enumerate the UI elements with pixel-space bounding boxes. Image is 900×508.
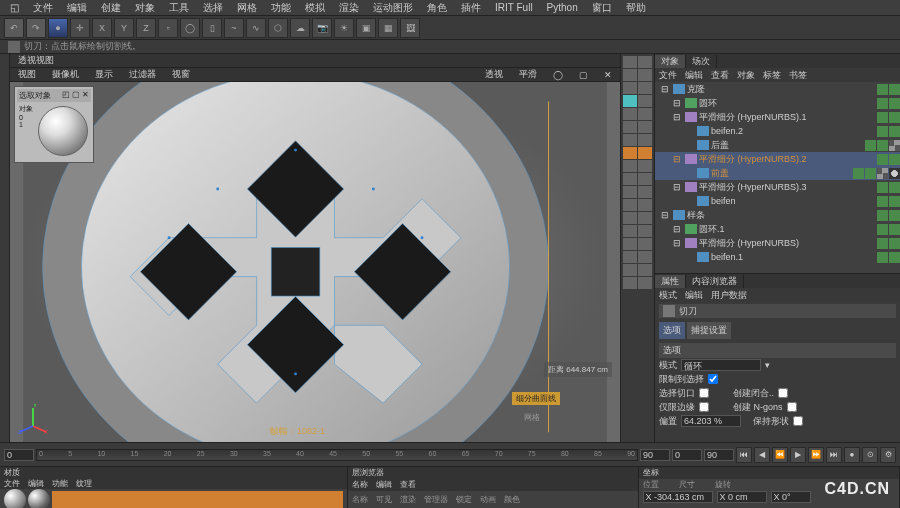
layer-menu-item[interactable]: 编辑 [372, 479, 396, 491]
attr-checkbox[interactable] [699, 388, 709, 398]
menu-角色[interactable]: 角色 [421, 1, 453, 15]
x-button[interactable]: X [92, 18, 112, 38]
viewport[interactable]: 选取对象 ◰ ▢ ✕ 对象 0 1 距离 644.847 cm 细分曲面线 网格 [10, 82, 620, 442]
timeline[interactable]: 0 051015202530354045505560657075808590 9… [0, 442, 900, 466]
palette-icon[interactable] [638, 147, 652, 159]
obj-menu-文件[interactable]: 文件 [659, 69, 677, 82]
tag-green[interactable] [889, 112, 900, 123]
redo-button[interactable]: ↷ [26, 18, 46, 38]
spline-button[interactable]: ~ [224, 18, 244, 38]
coord-x-input[interactable]: X -304.163 cm [643, 491, 713, 503]
menu-工具[interactable]: 工具 [163, 1, 195, 15]
palette-icon[interactable] [623, 160, 637, 172]
vp-right-btn[interactable]: ▢ [575, 70, 592, 80]
menu-模拟[interactable]: 模拟 [299, 1, 331, 15]
tag-green[interactable] [889, 224, 900, 235]
cube-button[interactable]: ▫ [158, 18, 178, 38]
pic-button[interactable]: 🖼 [400, 18, 420, 38]
attr-checkbox[interactable] [708, 374, 718, 384]
tl-range-a[interactable]: 0 [672, 449, 702, 461]
tag-green[interactable] [889, 238, 900, 249]
palette-icon[interactable] [638, 121, 652, 133]
tag-green[interactable] [889, 182, 900, 193]
attr-checkbox[interactable] [699, 402, 709, 412]
mat-prev-controls[interactable]: ◰ ▢ ✕ [62, 90, 89, 101]
palette-icon[interactable] [623, 134, 637, 146]
menu-选择[interactable]: 选择 [197, 1, 229, 15]
attr-menu-模式[interactable]: 模式 [659, 289, 677, 302]
expand-icon[interactable]: ⊟ [673, 182, 683, 192]
tree-row[interactable]: ⊟圆环.1 [655, 222, 900, 236]
palette-icon[interactable] [638, 199, 652, 211]
z-button[interactable]: Z [136, 18, 156, 38]
palette-icon[interactable] [623, 69, 637, 81]
tag-green[interactable] [877, 154, 888, 165]
tag-green[interactable] [889, 154, 900, 165]
palette-icon[interactable] [638, 173, 652, 185]
obj-menu-书签[interactable]: 书签 [789, 69, 807, 82]
palette-icon[interactable] [623, 121, 637, 133]
tag-green[interactable] [877, 196, 888, 207]
mode-dropdown[interactable]: 循环 [681, 359, 761, 371]
tree-row[interactable]: ⊟克隆 [655, 82, 900, 96]
timeline-control[interactable]: ⏮ [736, 447, 752, 463]
tree-row[interactable]: 前盖 [655, 166, 900, 180]
tl-start-input[interactable]: 0 [4, 449, 34, 461]
palette-icon[interactable] [623, 264, 637, 276]
expand-icon[interactable]: ⊟ [673, 224, 683, 234]
tree-row[interactable]: beifen.2 [655, 124, 900, 138]
tag-checker[interactable] [889, 140, 900, 151]
size-x-input[interactable]: X 0 cm [717, 491, 767, 503]
palette-icon[interactable] [623, 186, 637, 198]
tag-green[interactable] [865, 140, 876, 151]
menu-Python[interactable]: Python [541, 2, 584, 13]
palette-icon[interactable] [623, 199, 637, 211]
timeline-control[interactable]: ⏪ [772, 447, 788, 463]
timeline-control[interactable]: ⚙ [880, 447, 896, 463]
layer-menu-item[interactable]: 名称 [348, 479, 372, 491]
layer-menu-item[interactable]: 查看 [396, 479, 420, 491]
menu-文件[interactable]: 文件 [27, 1, 59, 15]
menu-功能[interactable]: 功能 [265, 1, 297, 15]
vp-menu-摄像机[interactable]: 摄像机 [48, 68, 83, 81]
tree-row[interactable]: 后盖 [655, 138, 900, 152]
attr-tab[interactable]: 属性 [655, 275, 686, 288]
expand-icon[interactable]: ⊟ [661, 84, 671, 94]
tag-green[interactable] [877, 210, 888, 221]
tag-green[interactable] [889, 210, 900, 221]
render-button[interactable]: ▣ [356, 18, 376, 38]
obj-menu-标签[interactable]: 标签 [763, 69, 781, 82]
materials-tab[interactable]: 材质 [0, 467, 24, 478]
material-slot-1[interactable] [4, 489, 26, 508]
tl-range-b[interactable]: 90 [704, 449, 734, 461]
tag-green[interactable] [877, 98, 888, 109]
material-gradient[interactable] [52, 491, 343, 508]
tree-row[interactable]: ⊟平滑细分 (HyperNURBS).1 [655, 110, 900, 124]
options-tab[interactable]: 选项 [659, 322, 685, 339]
mat-menu-item[interactable]: 功能 [48, 478, 72, 489]
undo-button[interactable]: ↶ [4, 18, 24, 38]
vp-menu-显示[interactable]: 显示 [91, 68, 117, 81]
tag-green[interactable] [889, 252, 900, 263]
vp-right-btn[interactable]: ✕ [600, 70, 616, 80]
tag-green[interactable] [877, 84, 888, 95]
tag-green[interactable] [889, 98, 900, 109]
expand-icon[interactable]: ⊟ [673, 98, 683, 108]
coord-tab[interactable]: 坐标 [639, 467, 663, 479]
tag-dot[interactable] [889, 168, 900, 179]
preserve-checkbox[interactable] [793, 416, 803, 426]
mat-menu-item[interactable]: 编辑 [24, 478, 48, 489]
palette-icon[interactable] [623, 108, 637, 120]
tree-row[interactable]: ⊟圆环 [655, 96, 900, 110]
tree-row[interactable]: ⊟样条 [655, 208, 900, 222]
tag-green[interactable] [877, 182, 888, 193]
light-button[interactable]: ☀ [334, 18, 354, 38]
palette-icon[interactable] [638, 134, 652, 146]
menu-运动图形[interactable]: 运动图形 [367, 1, 419, 15]
tag-green[interactable] [877, 238, 888, 249]
rot-x-input[interactable]: X 0° [771, 491, 811, 503]
palette-icon[interactable] [638, 238, 652, 250]
sphere-button[interactable]: ◯ [180, 18, 200, 38]
palette-icon[interactable] [638, 108, 652, 120]
timeline-control[interactable]: ● [844, 447, 860, 463]
